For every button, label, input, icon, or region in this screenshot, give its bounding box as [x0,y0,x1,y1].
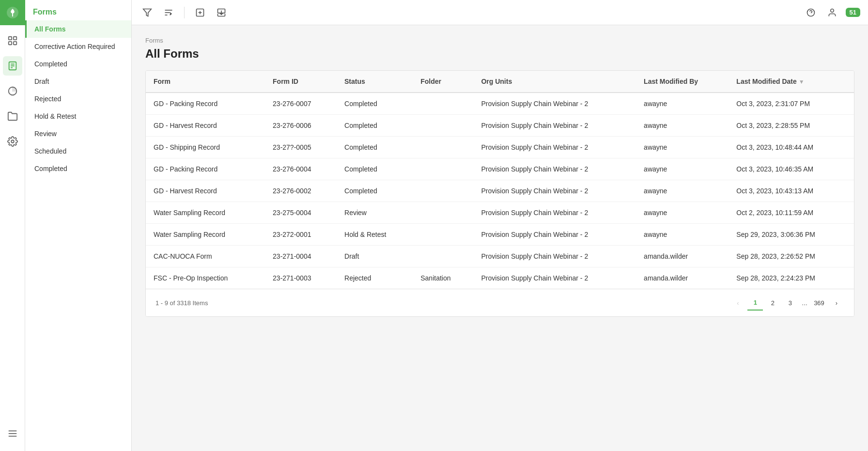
cell-org_units-1: Provision Supply Chain Webinar - 2 [473,115,636,137]
col-header-folder: Folder [413,71,473,93]
sidebar-item-completed2[interactable]: Completed [25,160,131,177]
cell-form_id-6: 23-272-0001 [265,224,337,246]
cell-status-8: Rejected [337,267,413,289]
cell-folder-5 [413,202,473,224]
main-wrapper: 51 Forms All Forms FormForm IDStatusFold… [132,0,868,451]
col-header-last_modified_by: Last Modified By [636,71,728,93]
cell-folder-3 [413,158,473,180]
pagination-next[interactable]: › [829,295,844,311]
table-row[interactable]: GD - Packing Record23-276-0007CompletedP… [146,93,854,115]
pagination-info: 1 - 9 of 3318 Items [155,299,208,307]
table-row[interactable]: GD - Packing Record23-276-0004CompletedP… [146,158,854,180]
help-button[interactable] [803,5,819,20]
page-title: All Forms [145,47,854,61]
cell-folder-1 [413,115,473,137]
cell-last_modified_date-5: Oct 2, 2023, 10:11:59 AM [728,202,854,224]
cell-last_modified_date-7: Sep 28, 2023, 2:26:52 PM [728,246,854,267]
cell-org_units-8: Provision Supply Chain Webinar - 2 [473,267,636,289]
download-button[interactable] [214,5,229,20]
col-header-status: Status [337,71,413,93]
cell-last_modified_by-2: awayne [636,137,728,158]
table-row[interactable]: GD - Shipping Record23-27?-0005Completed… [146,137,854,158]
cell-form_id-8: 23-271-0003 [265,267,337,289]
cell-last_modified_date-2: Oct 3, 2023, 10:48:44 AM [728,137,854,158]
table-row[interactable]: Water Sampling Record23-275-0004ReviewPr… [146,202,854,224]
svg-rect-3 [8,42,11,45]
pagination-page-2[interactable]: 2 [765,295,780,311]
sidebar-item-review[interactable]: Review [25,125,131,142]
cell-folder-8: Sanitation [413,267,473,289]
cell-form_id-4: 23-276-0002 [265,180,337,202]
svg-point-10 [11,140,14,143]
col-header-last_modified_date[interactable]: Last Modified Date▼ [728,71,854,93]
cell-last_modified_by-1: awayne [636,115,728,137]
cell-status-6: Hold & Retest [337,224,413,246]
sidebar-item-all-forms[interactable]: All Forms [25,20,131,38]
cell-form-5: Water Sampling Record [146,202,265,224]
svg-rect-2 [13,37,16,40]
cell-last_modified_date-4: Oct 3, 2023, 10:43:13 AM [728,180,854,202]
cell-form_id-1: 23-276-0006 [265,115,337,137]
table-row[interactable]: FSC - Pre-Op Inspection23-271-0003Reject… [146,267,854,289]
profile-button[interactable] [824,5,840,20]
table-row[interactable]: CAC-NUOCA Form23-271-0004DraftProvision … [146,246,854,267]
svg-rect-1 [8,37,11,40]
analytics-icon[interactable] [3,81,22,101]
folder-icon[interactable] [3,107,22,126]
pagination-page-369[interactable]: 369 [811,295,827,311]
pagination-ellipsis: ... [800,299,809,307]
cell-form_id-0: 23-276-0007 [265,93,337,115]
cell-folder-2 [413,137,473,158]
cell-last_modified_by-6: awayne [636,224,728,246]
table-row[interactable]: GD - Harvest Record23-276-0002CompletedP… [146,180,854,202]
add-button[interactable] [192,5,208,20]
pagination-controls: ‹123...369› [730,295,844,311]
cell-last_modified_by-7: amanda.wilder [636,246,728,267]
svg-point-26 [830,9,834,12]
cell-org_units-3: Provision Supply Chain Webinar - 2 [473,158,636,180]
sidebar-title: Forms [25,0,131,20]
table-row[interactable]: GD - Harvest Record23-276-0006CompletedP… [146,115,854,137]
sidebar-item-rejected[interactable]: Rejected [25,90,131,108]
pagination-bar: 1 - 9 of 3318 Items ‹123...369› [146,289,854,316]
sidebar-item-scheduled[interactable]: Scheduled [25,142,131,160]
cell-last_modified_date-1: Oct 3, 2023, 2:28:55 PM [728,115,854,137]
sidebar-item-draft[interactable]: Draft [25,73,131,90]
cell-folder-0 [413,93,473,115]
table-row[interactable]: Water Sampling Record23-272-0001Hold & R… [146,224,854,246]
filter-button[interactable] [140,5,155,20]
cell-status-0: Completed [337,93,413,115]
dashboard-icon[interactable] [3,31,22,50]
cell-last_modified_by-4: awayne [636,180,728,202]
cell-form-0: GD - Packing Record [146,93,265,115]
top-bar-right: 51 [803,5,860,20]
cell-org_units-4: Provision Supply Chain Webinar - 2 [473,180,636,202]
pagination-page-1[interactable]: 1 [747,295,763,311]
forms-table-container: FormForm IDStatusFolderOrg UnitsLast Mod… [145,70,854,317]
cell-folder-7 [413,246,473,267]
cell-form-6: Water Sampling Record [146,224,265,246]
svg-rect-4 [13,42,16,45]
cell-form-7: CAC-NUOCA Form [146,246,265,267]
cell-org_units-5: Provision Supply Chain Webinar - 2 [473,202,636,224]
cell-form-8: FSC - Pre-Op Inspection [146,267,265,289]
sort-button[interactable] [161,5,176,20]
cell-form_id-2: 23-27?-0005 [265,137,337,158]
notification-badge[interactable]: 51 [846,8,860,17]
cell-status-2: Completed [337,137,413,158]
hamburger-icon[interactable] [3,424,22,443]
forms-icon[interactable] [3,56,22,76]
main-content: Forms All Forms FormForm IDStatusFolderO… [132,25,868,451]
pagination-page-3[interactable]: 3 [782,295,798,311]
sidebar-item-corrective-action[interactable]: Corrective Action Required [25,38,131,55]
pagination-prev[interactable]: ‹ [730,295,745,311]
sidebar-item-hold-retest[interactable]: Hold & Retest [25,108,131,125]
app-logo [0,0,25,25]
settings-icon[interactable] [3,132,22,151]
cell-form-4: GD - Harvest Record [146,180,265,202]
cell-status-4: Completed [337,180,413,202]
sidebar-item-completed[interactable]: Completed [25,55,131,73]
cell-last_modified_by-8: amanda.wilder [636,267,728,289]
cell-status-5: Review [337,202,413,224]
cell-org_units-2: Provision Supply Chain Webinar - 2 [473,137,636,158]
